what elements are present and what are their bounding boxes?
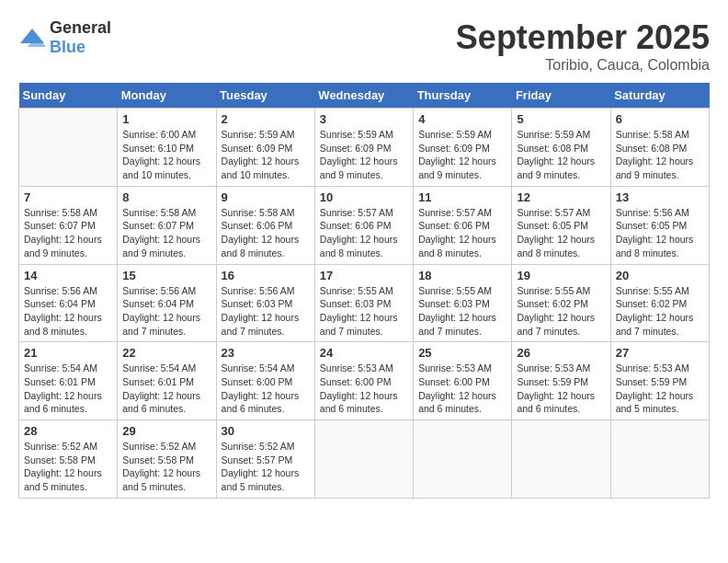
day-number: 23	[222, 346, 310, 360]
title-area: September 2025 Toribio, Cauca, Colombia	[456, 18, 710, 74]
day-info: Sunrise: 5:58 AMSunset: 6:07 PMDaylight:…	[24, 206, 112, 260]
day-info: Sunrise: 5:55 AMSunset: 6:03 PMDaylight:…	[320, 284, 408, 339]
day-number: 24	[320, 346, 408, 360]
calendar-cell: 28Sunrise: 5:52 AMSunset: 5:58 PMDayligh…	[19, 420, 118, 499]
day-number: 7	[24, 190, 112, 204]
day-number: 16	[222, 269, 310, 282]
calendar-cell: 21Sunrise: 5:54 AMSunset: 6:01 PMDayligh…	[19, 342, 118, 420]
day-number: 17	[320, 269, 408, 282]
weekday-friday: Friday	[512, 83, 610, 109]
calendar-cell: 18Sunrise: 5:55 AMSunset: 6:03 PMDayligh…	[414, 264, 512, 342]
calendar-cell: 17Sunrise: 5:55 AMSunset: 6:03 PMDayligh…	[314, 264, 413, 342]
day-info: Sunrise: 5:59 AMSunset: 6:08 PMDaylight:…	[517, 128, 605, 182]
calendar-cell: 20Sunrise: 5:55 AMSunset: 6:02 PMDayligh…	[610, 264, 709, 342]
calendar-cell: 10Sunrise: 5:57 AMSunset: 6:06 PMDayligh…	[314, 186, 413, 264]
day-number: 14	[24, 269, 112, 282]
weekday-wednesday: Wednesday	[314, 83, 413, 109]
day-number: 4	[418, 112, 506, 126]
logo: General Blue	[18, 18, 111, 57]
weekday-saturday: Saturday	[610, 83, 709, 109]
day-number: 26	[517, 346, 605, 360]
calendar-cell	[314, 420, 413, 499]
calendar-cell: 26Sunrise: 5:53 AMSunset: 5:59 PMDayligh…	[512, 342, 610, 420]
day-number: 29	[122, 424, 210, 438]
day-number: 8	[122, 190, 210, 204]
calendar-cell	[19, 109, 118, 187]
weekday-monday: Monday	[118, 83, 216, 109]
day-number: 2	[222, 112, 310, 126]
calendar-cell: 12Sunrise: 5:57 AMSunset: 6:05 PMDayligh…	[512, 186, 610, 264]
day-info: Sunrise: 5:55 AMSunset: 6:02 PMDaylight:…	[616, 284, 704, 339]
calendar-cell: 16Sunrise: 5:56 AMSunset: 6:03 PMDayligh…	[216, 264, 314, 342]
calendar-cell: 5Sunrise: 5:59 AMSunset: 6:08 PMDaylight…	[512, 109, 610, 187]
calendar-cell: 19Sunrise: 5:55 AMSunset: 6:02 PMDayligh…	[512, 264, 610, 342]
calendar-cell: 29Sunrise: 5:52 AMSunset: 5:58 PMDayligh…	[118, 420, 216, 499]
day-number: 9	[222, 190, 310, 204]
calendar-table: SundayMondayTuesdayWednesdayThursdayFrid…	[18, 83, 710, 499]
day-number: 27	[616, 346, 704, 360]
day-number: 20	[616, 269, 704, 282]
calendar-body: 1Sunrise: 6:00 AMSunset: 6:10 PMDaylight…	[19, 109, 710, 499]
calendar-cell	[414, 420, 512, 499]
calendar-cell: 9Sunrise: 5:58 AMSunset: 6:06 PMDaylight…	[216, 186, 314, 264]
day-number: 18	[418, 269, 506, 282]
day-info: Sunrise: 5:52 AMSunset: 5:58 PMDaylight:…	[122, 440, 210, 494]
week-row-5: 28Sunrise: 5:52 AMSunset: 5:58 PMDayligh…	[19, 420, 710, 499]
calendar-cell: 27Sunrise: 5:53 AMSunset: 5:59 PMDayligh…	[610, 342, 709, 420]
day-info: Sunrise: 5:57 AMSunset: 6:05 PMDaylight:…	[517, 206, 605, 260]
header: General Blue September 2025 Toribio, Cau…	[18, 18, 710, 74]
day-number: 6	[616, 112, 704, 126]
day-number: 13	[616, 190, 704, 204]
logo-blue: Blue	[50, 38, 85, 56]
calendar-cell: 11Sunrise: 5:57 AMSunset: 6:06 PMDayligh…	[414, 186, 512, 264]
weekday-thursday: Thursday	[414, 83, 512, 109]
day-info: Sunrise: 5:59 AMSunset: 6:09 PMDaylight:…	[418, 128, 506, 182]
day-info: Sunrise: 5:54 AMSunset: 6:00 PMDaylight:…	[222, 362, 310, 416]
calendar-cell	[610, 420, 709, 499]
calendar-cell: 13Sunrise: 5:56 AMSunset: 6:05 PMDayligh…	[610, 186, 709, 264]
day-info: Sunrise: 5:58 AMSunset: 6:08 PMDaylight:…	[616, 128, 704, 182]
day-number: 1	[122, 112, 210, 126]
day-info: Sunrise: 5:57 AMSunset: 6:06 PMDaylight:…	[320, 206, 408, 260]
day-info: Sunrise: 5:58 AMSunset: 6:07 PMDaylight:…	[122, 206, 210, 260]
day-info: Sunrise: 5:55 AMSunset: 6:02 PMDaylight:…	[517, 284, 605, 339]
weekday-tuesday: Tuesday	[216, 83, 314, 109]
day-number: 15	[122, 269, 210, 282]
day-number: 25	[418, 346, 506, 360]
weekday-header-row: SundayMondayTuesdayWednesdayThursdayFrid…	[19, 83, 710, 109]
day-info: Sunrise: 5:53 AMSunset: 6:00 PMDaylight:…	[418, 362, 506, 416]
week-row-4: 21Sunrise: 5:54 AMSunset: 6:01 PMDayligh…	[19, 342, 710, 420]
day-info: Sunrise: 5:59 AMSunset: 6:09 PMDaylight:…	[222, 128, 310, 182]
day-info: Sunrise: 6:00 AMSunset: 6:10 PMDaylight:…	[122, 128, 210, 182]
logo-icon	[18, 27, 46, 49]
calendar-cell: 7Sunrise: 5:58 AMSunset: 6:07 PMDaylight…	[19, 186, 118, 264]
day-info: Sunrise: 5:53 AMSunset: 6:00 PMDaylight:…	[320, 362, 408, 416]
calendar-cell: 24Sunrise: 5:53 AMSunset: 6:00 PMDayligh…	[314, 342, 413, 420]
calendar-cell: 8Sunrise: 5:58 AMSunset: 6:07 PMDaylight…	[118, 186, 216, 264]
weekday-sunday: Sunday	[19, 83, 118, 109]
day-info: Sunrise: 5:56 AMSunset: 6:03 PMDaylight:…	[222, 284, 310, 339]
day-number: 12	[517, 190, 605, 204]
day-info: Sunrise: 5:56 AMSunset: 6:04 PMDaylight:…	[24, 284, 112, 339]
calendar-cell: 4Sunrise: 5:59 AMSunset: 6:09 PMDaylight…	[414, 109, 512, 187]
calendar-cell: 25Sunrise: 5:53 AMSunset: 6:00 PMDayligh…	[414, 342, 512, 420]
day-number: 10	[320, 190, 408, 204]
day-info: Sunrise: 5:54 AMSunset: 6:01 PMDaylight:…	[24, 362, 112, 416]
week-row-2: 7Sunrise: 5:58 AMSunset: 6:07 PMDaylight…	[19, 186, 710, 264]
day-number: 19	[517, 269, 605, 282]
day-number: 28	[24, 424, 112, 438]
calendar-cell	[512, 420, 610, 499]
calendar-cell: 30Sunrise: 5:52 AMSunset: 5:57 PMDayligh…	[216, 420, 314, 499]
day-info: Sunrise: 5:59 AMSunset: 6:09 PMDaylight:…	[320, 128, 408, 182]
calendar-cell: 23Sunrise: 5:54 AMSunset: 6:00 PMDayligh…	[216, 342, 314, 420]
day-number: 30	[222, 424, 310, 438]
calendar-cell: 14Sunrise: 5:56 AMSunset: 6:04 PMDayligh…	[19, 264, 118, 342]
week-row-1: 1Sunrise: 6:00 AMSunset: 6:10 PMDaylight…	[19, 109, 710, 187]
day-number: 21	[24, 346, 112, 360]
location-title: Toribio, Cauca, Colombia	[456, 57, 710, 74]
day-number: 22	[122, 346, 210, 360]
day-info: Sunrise: 5:55 AMSunset: 6:03 PMDaylight:…	[418, 284, 506, 339]
day-info: Sunrise: 5:56 AMSunset: 6:04 PMDaylight:…	[122, 284, 210, 339]
calendar-cell: 6Sunrise: 5:58 AMSunset: 6:08 PMDaylight…	[610, 109, 709, 187]
day-info: Sunrise: 5:57 AMSunset: 6:06 PMDaylight:…	[418, 206, 506, 260]
